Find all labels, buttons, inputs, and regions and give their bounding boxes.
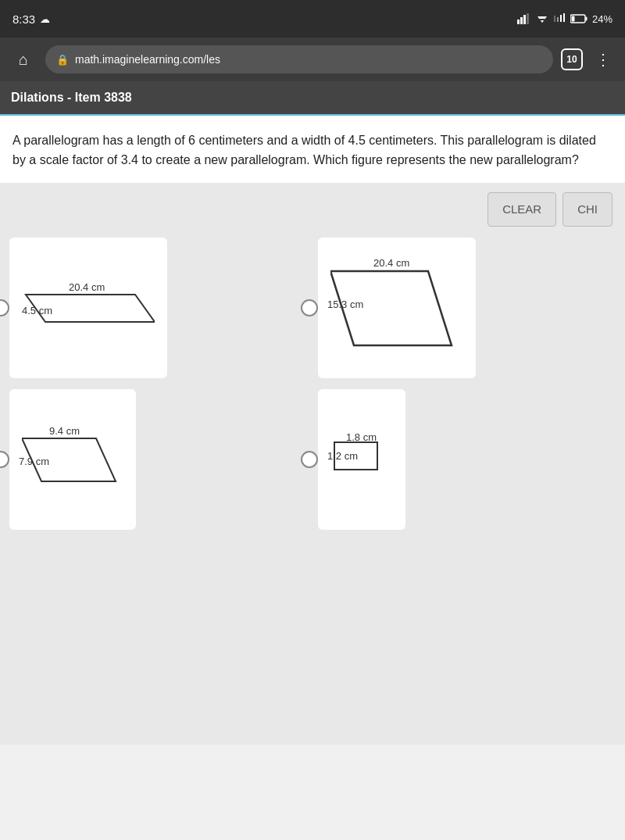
check-button[interactable]: CHI (562, 192, 612, 227)
radio-d[interactable] (301, 451, 318, 468)
option-card-d[interactable]: 1.8 cm 1.2 cm (318, 389, 405, 530)
option-d-wrapper: 1.8 cm 1.2 cm (318, 389, 616, 530)
answer-area: CLEAR CHI 20.4 cm 4.5 cm (0, 183, 625, 545)
shape-c: 9.4 cm 7.9 cm (22, 423, 123, 496)
page-title: Dilations - Item 3838 (11, 91, 132, 105)
status-left: 8:33 ☁ (12, 13, 50, 26)
battery-percentage: 24% (592, 13, 612, 25)
time-display: 8:33 (12, 13, 35, 26)
home-button[interactable]: ⌂ (9, 45, 38, 73)
label-a-width: 4.5 cm (22, 305, 52, 316)
svg-rect-10 (563, 13, 565, 22)
question-text: A parallelogram has a length of 6 centim… (12, 131, 612, 170)
label-b-length: 20.4 cm (373, 257, 409, 269)
label-a-length: 20.4 cm (69, 281, 105, 293)
svg-rect-1 (520, 17, 523, 24)
menu-button[interactable]: ⋮ (591, 47, 616, 72)
status-bar: 8:33 ☁ 24% (0, 0, 625, 38)
toolbar: CLEAR CHI (9, 192, 616, 227)
svg-rect-0 (517, 20, 520, 24)
label-b-width: 15.3 cm (327, 298, 363, 310)
svg-marker-6 (541, 20, 544, 23)
tab-count[interactable]: 10 (561, 48, 583, 70)
url-text: math.imaginelearning.com/les (75, 53, 220, 66)
label-d-length: 1.8 cm (346, 431, 377, 443)
address-bar[interactable]: 🔒 math.imaginelearning.com/les (45, 45, 553, 73)
label-c-width: 7.9 cm (19, 456, 49, 467)
bottom-area (0, 545, 625, 745)
radio-a[interactable] (0, 299, 9, 316)
label-c-length: 9.4 cm (49, 425, 80, 437)
option-c-wrapper: 9.4 cm 7.9 cm (9, 389, 307, 530)
options-grid: 20.4 cm 4.5 cm 20.4 cm 15.3 cm (9, 238, 616, 530)
cloud-icon: ☁ (40, 13, 50, 25)
radio-b[interactable] (301, 299, 318, 316)
svg-rect-9 (560, 15, 562, 22)
shape-b: 20.4 cm 15.3 cm (330, 256, 463, 360)
wifi-icon (536, 13, 548, 24)
status-right: 24% (517, 13, 612, 25)
network-icon (553, 13, 566, 24)
lock-icon: 🔒 (56, 54, 69, 66)
page-title-bar: Dilations - Item 3838 (0, 81, 625, 116)
svg-rect-7 (554, 16, 555, 22)
option-a-wrapper: 20.4 cm 4.5 cm (9, 238, 307, 378)
shape-a: 20.4 cm 4.5 cm (22, 275, 155, 341)
radio-c[interactable] (0, 451, 9, 468)
svg-rect-13 (571, 16, 574, 22)
option-b-wrapper: 20.4 cm 15.3 cm (318, 238, 616, 378)
option-card-a[interactable]: 20.4 cm 4.5 cm (9, 238, 167, 378)
label-d-width: 1.2 cm (327, 450, 358, 462)
svg-rect-8 (557, 17, 559, 22)
svg-rect-12 (585, 17, 587, 21)
battery-icon (570, 14, 588, 23)
signal-icon (517, 13, 531, 24)
svg-rect-2 (523, 15, 526, 24)
content-area: A parallelogram has a length of 6 centim… (0, 116, 625, 183)
shape-d: 1.8 cm 1.2 cm (330, 434, 393, 484)
svg-rect-3 (527, 13, 529, 24)
option-card-b[interactable]: 20.4 cm 15.3 cm (318, 238, 476, 378)
browser-bar: ⌂ 🔒 math.imaginelearning.com/les 10 ⋮ (0, 38, 625, 81)
clear-button[interactable]: CLEAR (488, 192, 556, 227)
option-card-c[interactable]: 9.4 cm 7.9 cm (9, 389, 136, 530)
